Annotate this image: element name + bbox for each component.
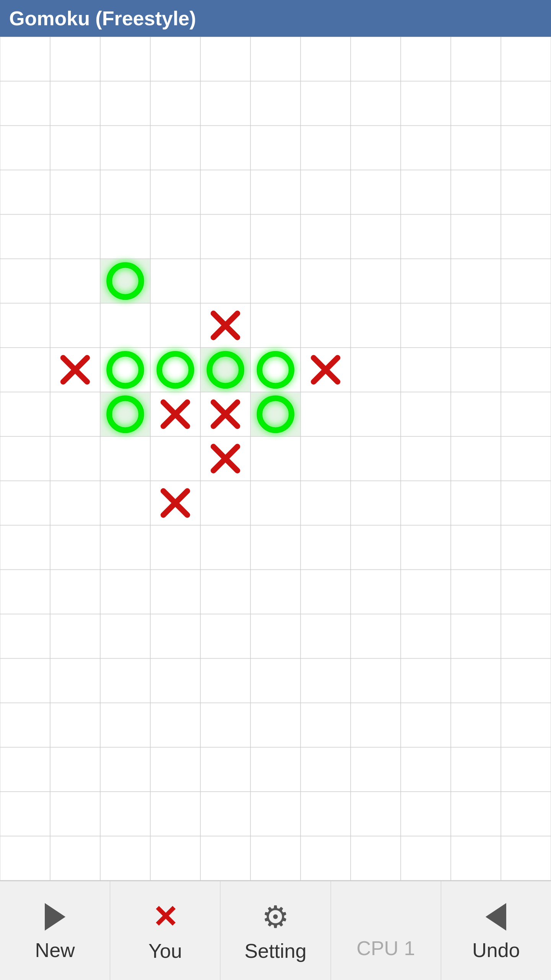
app-title: Gomoku (Freestyle) — [9, 7, 196, 29]
svg-marker-1 — [486, 903, 506, 931]
cpu1-button[interactable]: CPU 1 — [331, 881, 441, 980]
setting-label: Setting — [245, 939, 306, 962]
undo-icon — [479, 900, 513, 934]
undo-label: Undo — [472, 939, 520, 962]
you-button[interactable]: ✕ You — [110, 881, 220, 980]
setting-button[interactable]: ⚙ Setting — [220, 881, 331, 980]
svg-marker-0 — [45, 903, 65, 931]
new-label: New — [35, 939, 75, 962]
you-label: You — [148, 939, 182, 962]
game-board-container[interactable] — [0, 37, 551, 880]
cpu1-icon — [370, 902, 401, 932]
title-bar: Gomoku (Freestyle) — [0, 0, 551, 37]
gear-icon: ⚙ — [262, 899, 289, 935]
you-icon: ✕ — [152, 899, 178, 935]
game-canvas[interactable] — [0, 37, 551, 880]
new-icon — [38, 900, 72, 934]
cpu1-label: CPU 1 — [357, 937, 415, 960]
new-button[interactable]: New — [0, 881, 110, 980]
bottom-bar: New ✕ You ⚙ Setting CPU 1 Undo — [0, 880, 551, 980]
undo-button[interactable]: Undo — [441, 881, 551, 980]
